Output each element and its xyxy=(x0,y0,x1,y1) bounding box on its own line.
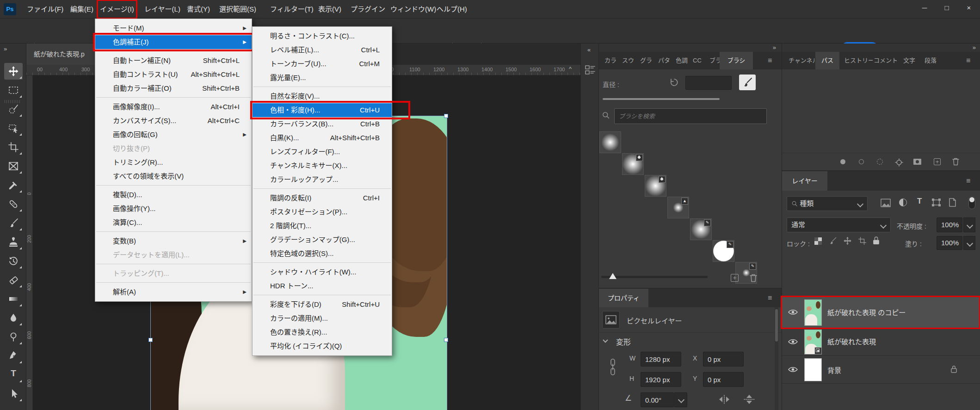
height-input[interactable] xyxy=(641,372,681,387)
new-brush-icon[interactable]: + xyxy=(731,274,739,282)
menu-item-hue-saturation[interactable]: 色相・彩度(H)...Ctrl+U xyxy=(253,103,392,117)
rectangular-marquee-tool[interactable] xyxy=(4,82,23,99)
menu-item-equalize[interactable]: 平均化 (イコライズ)(Q) xyxy=(253,339,392,353)
tab-paragraph[interactable]: 段落 xyxy=(925,52,939,69)
transform-handle-middle-right[interactable] xyxy=(444,338,448,342)
menu-plugins[interactable]: プラグイン xyxy=(348,0,388,19)
tab-comments[interactable]: コメント xyxy=(874,52,900,69)
menu-item-desaturate[interactable]: 彩度を下げる(D)Shift+Ctrl+U xyxy=(253,298,392,311)
path-selection-tool[interactable] xyxy=(4,385,23,402)
filter-pixel-layers-icon[interactable] xyxy=(881,199,891,209)
close-button[interactable]: × xyxy=(958,0,980,16)
tab-brushes[interactable]: ブラシ xyxy=(720,52,753,69)
transform-handle-top-right[interactable] xyxy=(444,114,448,118)
tab-color[interactable]: カラ xyxy=(604,52,616,69)
lock-paint-icon[interactable] xyxy=(828,236,837,247)
brush-size-slider[interactable] xyxy=(601,276,708,278)
diameter-slider[interactable] xyxy=(603,98,720,100)
menu-item-auto-contrast[interactable]: 自動コントラスト(U)Alt+Shift+Ctrl+L xyxy=(95,68,252,81)
menu-item-image-rotation[interactable]: 画像の回転(G)▶ xyxy=(95,128,252,142)
menu-item-reveal-all[interactable]: すべての領域を表示(V) xyxy=(95,169,252,183)
menu-layer[interactable]: レイヤー(L) xyxy=(142,0,183,19)
pen-tool[interactable] xyxy=(4,348,23,364)
menu-item-auto-color[interactable]: 自動カラー補正(O)Shift+Ctrl+B xyxy=(95,81,252,95)
panel-menu-icon[interactable]: ≡ xyxy=(768,56,772,65)
menu-item-adjustments[interactable]: 色調補正(J)▶ xyxy=(95,35,252,49)
layer-filter-select[interactable]: 種類 xyxy=(787,196,868,211)
visibility-eye-icon[interactable] xyxy=(788,367,798,374)
menu-item-hdr-toning[interactable]: HDR トーン... xyxy=(253,279,392,293)
scrollbar-thumb[interactable] xyxy=(775,309,778,342)
spot-healing-brush-tool[interactable] xyxy=(4,196,23,212)
tab-swatches[interactable]: スウ xyxy=(622,52,634,69)
menu-item-mode[interactable]: モード(M)▶ xyxy=(95,21,252,35)
object-selection-tool[interactable] xyxy=(4,120,23,137)
minimize-button[interactable]: ─ xyxy=(913,0,936,16)
fill-path-icon[interactable] xyxy=(840,159,845,164)
menu-item-duplicate[interactable]: 複製(D)... xyxy=(95,188,252,202)
gradient-tool[interactable] xyxy=(4,291,23,307)
menu-item-analysis[interactable]: 解析(A)▶ xyxy=(95,285,252,299)
menu-help[interactable]: ヘルプ(H) xyxy=(434,0,470,19)
layer-row-background[interactable]: 背景 xyxy=(782,356,980,384)
blur-tool[interactable] xyxy=(4,310,23,326)
ruler-collapse-icon[interactable]: ^ xyxy=(569,65,572,72)
menu-item-channel-mixer[interactable]: チャンネルミキサー(X)... xyxy=(253,159,392,173)
menu-filter[interactable]: フィルター(T) xyxy=(267,0,316,19)
tab-channels[interactable]: チャンネル xyxy=(789,52,814,69)
menu-edit[interactable]: 編集(E) xyxy=(68,0,96,19)
layer-row-copy[interactable]: 紙が破れた表現 のコピー xyxy=(782,297,980,328)
menu-item-levels[interactable]: レベル補正(L)...Ctrl+L xyxy=(253,43,392,57)
visibility-eye-icon[interactable] xyxy=(788,309,798,317)
tab-gradients[interactable]: グラ xyxy=(640,52,652,69)
load-selection-icon[interactable] xyxy=(877,159,883,165)
brush-preset[interactable]: ▲ xyxy=(667,197,689,218)
layer-thumbnail[interactable] xyxy=(804,299,822,326)
menu-item-exposure[interactable]: 露光量(E)... xyxy=(253,71,392,85)
menu-view[interactable]: 表示(V) xyxy=(315,0,344,19)
menu-item-canvas-size[interactable]: カンバスサイズ(S)...Alt+Ctrl+C xyxy=(95,114,252,128)
transform-handle-middle-left[interactable] xyxy=(148,338,153,342)
angle-input[interactable] xyxy=(641,392,674,407)
filter-shape-layers-icon[interactable] xyxy=(932,199,941,208)
reset-diameter-icon[interactable] xyxy=(669,78,678,88)
menu-item-vibrance[interactable]: 自然な彩度(V)... xyxy=(253,89,392,103)
menu-item-photo-filter[interactable]: レンズフィルター(F)... xyxy=(253,145,392,159)
menu-item-color-balance[interactable]: カラーバランス(B)...Ctrl+B xyxy=(253,117,392,131)
link-dimensions-icon[interactable] xyxy=(609,358,616,377)
brush-tool[interactable] xyxy=(4,215,23,231)
menu-item-color-lookup[interactable]: カラールックアップ... xyxy=(253,173,392,186)
lasso-selection-brush-tool[interactable] xyxy=(4,101,23,118)
collapse-dock-icon[interactable]: » xyxy=(973,44,976,51)
maximize-button[interactable]: □ xyxy=(936,0,958,16)
filter-smart-objects-icon[interactable] xyxy=(949,198,956,208)
dodge-tool[interactable] xyxy=(4,329,23,345)
slider-handle[interactable] xyxy=(609,273,616,279)
fill-dropdown[interactable] xyxy=(963,236,975,250)
expand-dock-icon[interactable]: « xyxy=(587,46,591,53)
menu-window[interactable]: ウィンドウ(W) xyxy=(388,0,439,19)
menu-item-posterize[interactable]: ポスタリゼーション(P)... xyxy=(253,205,392,219)
tab-paths[interactable]: パス xyxy=(815,52,839,69)
menu-item-calculations[interactable]: 演算(C)... xyxy=(95,216,252,230)
opacity-value[interactable]: 100% xyxy=(937,217,962,232)
flip-horizontal-icon[interactable] xyxy=(718,394,730,406)
brush-preview-button[interactable] xyxy=(739,75,756,90)
layer-row-original[interactable]: 紙が破れた表現 xyxy=(782,328,980,356)
tab-adjustments[interactable]: 色調 xyxy=(676,52,688,69)
filter-adjustment-layers-icon[interactable] xyxy=(899,199,907,206)
brush-search-input[interactable] xyxy=(614,108,767,124)
lock-transparency-icon[interactable] xyxy=(814,237,822,245)
crop-tool[interactable] xyxy=(4,139,23,155)
brush-preset[interactable] xyxy=(622,153,644,175)
blend-mode-select[interactable]: 通常 xyxy=(787,217,891,232)
eraser-tool[interactable] xyxy=(4,272,23,288)
background-lock-icon[interactable] xyxy=(951,365,957,374)
filter-type-layers-icon[interactable]: T xyxy=(917,197,922,206)
menu-file[interactable]: ファイル(F) xyxy=(24,0,66,19)
panel-menu-icon[interactable]: ≡ xyxy=(966,177,970,185)
expand-toolbar-icon[interactable]: » xyxy=(4,45,7,52)
menu-select[interactable]: 選択範囲(S) xyxy=(216,0,259,19)
stroke-path-icon[interactable] xyxy=(859,159,864,164)
flip-vertical-icon[interactable] xyxy=(743,394,755,406)
